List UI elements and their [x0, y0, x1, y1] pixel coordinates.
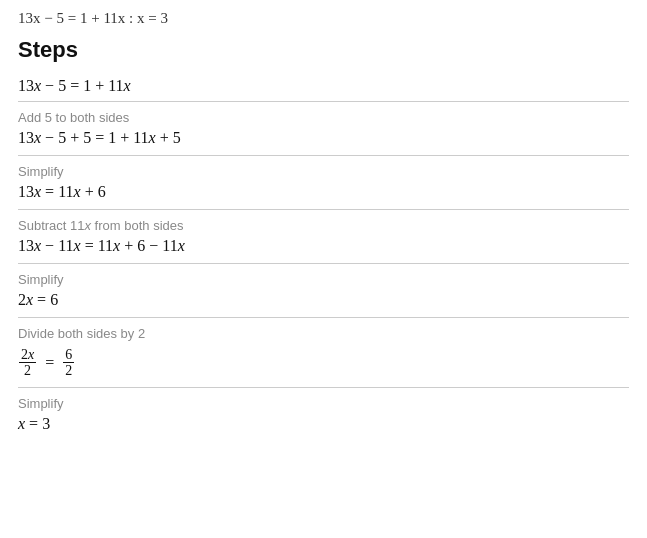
header-equation: 13x − 5 = 1 + 11x : x = 3 — [18, 10, 168, 26]
step-simplify2-math: 2x = 6 — [18, 291, 629, 309]
step-subtract11x-math: 13x − 11x = 11x + 6 − 11x — [18, 237, 629, 255]
step-simplify1: Simplify 13x = 11x + 6 — [18, 155, 629, 209]
step-add5-label: Add 5 to both sides — [18, 110, 629, 125]
step-add5-math: 13x − 5 + 5 = 1 + 11x + 5 — [18, 129, 629, 147]
equation-header: 13x − 5 = 1 + 11x : x = 3 — [18, 10, 629, 27]
step-simplify1-math: 13x = 11x + 6 — [18, 183, 629, 201]
step-simplify2-label: Simplify — [18, 272, 629, 287]
step-divide2-math: 2x 2 = 6 2 — [18, 347, 629, 379]
step-simplify1-label: Simplify — [18, 164, 629, 179]
step-subtract11x: Subtract 11x from both sides 13x − 11x =… — [18, 209, 629, 263]
initial-math: 13x − 5 = 1 + 11x — [18, 77, 131, 94]
step-simplify2: Simplify 2x = 6 — [18, 263, 629, 317]
step-simplify3-math: x = 3 — [18, 415, 629, 433]
step-subtract11x-label: Subtract 11x from both sides — [18, 218, 629, 233]
step-divide2: Divide both sides by 2 2x 2 = 6 2 — [18, 317, 629, 387]
initial-equation: 13x − 5 = 1 + 11x — [18, 71, 629, 101]
step-simplify3: Simplify x = 3 — [18, 387, 629, 441]
equals-divide: = — [45, 354, 54, 372]
step-divide2-label: Divide both sides by 2 — [18, 326, 629, 341]
step-simplify3-label: Simplify — [18, 396, 629, 411]
steps-title: Steps — [18, 37, 629, 63]
step-add5: Add 5 to both sides 13x − 5 + 5 = 1 + 11… — [18, 101, 629, 155]
frac-6-2: 6 2 — [63, 347, 74, 379]
frac-2x-2: 2x 2 — [19, 347, 36, 379]
